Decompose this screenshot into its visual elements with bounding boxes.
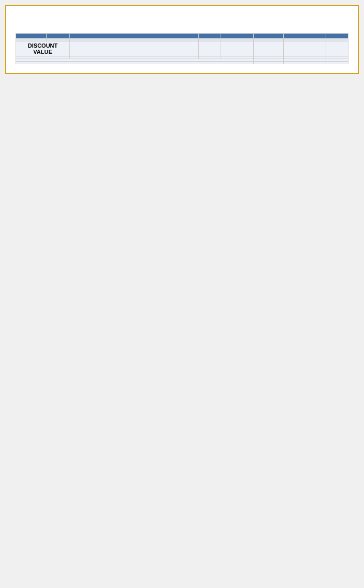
estimate-block: [347, 16, 348, 24]
invoice-page: DISCOUNT VALUE: [5, 5, 359, 74]
total-due-label: [253, 62, 284, 64]
header-quantity: [221, 34, 253, 38]
discount-value-label: DISCOUNT VALUE: [16, 41, 70, 56]
header-less: [326, 34, 348, 38]
header-per: [199, 34, 221, 38]
header-line-total: [284, 34, 326, 38]
total-due-row: [16, 62, 348, 64]
header-description: [70, 34, 199, 38]
discount-row-1: DISCOUNT VALUE: [16, 41, 348, 56]
header-boxno: [46, 34, 69, 38]
discount-value: [284, 41, 326, 56]
header-unit-price: [253, 34, 284, 38]
discount-pct-1: [199, 41, 221, 56]
total-due-value: [284, 62, 326, 64]
main-table: [16, 33, 348, 38]
header: [16, 16, 348, 24]
discount-total-1: [221, 41, 253, 56]
header-package: [16, 34, 47, 38]
summary-table: DISCOUNT VALUE: [16, 38, 348, 64]
discount-label: [253, 41, 284, 56]
discount-amount-1: [70, 41, 199, 56]
estimate-date: [347, 17, 348, 24]
table-header-row: [16, 34, 348, 38]
